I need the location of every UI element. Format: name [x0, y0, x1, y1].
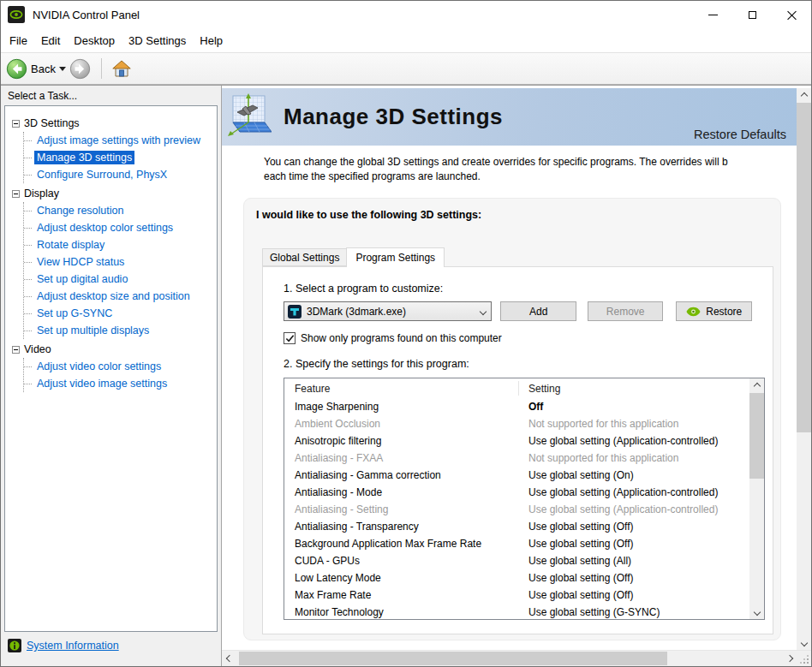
- table-row[interactable]: Background Application Max Frame Rate Us…: [284, 535, 749, 552]
- table-row[interactable]: CUDA - GPUs Use global setting (All): [284, 552, 749, 569]
- back-button[interactable]: Back: [6, 58, 56, 80]
- description-line-1: You can change the global 3D settings an…: [264, 155, 797, 170]
- tree-connector: [24, 228, 32, 229]
- sidebar-item-change-resolution[interactable]: Change resolution: [24, 202, 213, 219]
- tree-connector: [24, 331, 32, 331]
- maximize-icon: [749, 11, 756, 19]
- sidebar-item-adjust-desktop-color[interactable]: Adjust desktop color settings: [24, 219, 213, 236]
- scroll-up-icon[interactable]: [749, 378, 764, 393]
- table-body: Image Sharpening Off Ambient Occlusion N…: [284, 398, 749, 619]
- tree-connector: [24, 313, 32, 314]
- system-information-icon: [8, 639, 21, 652]
- home-icon: [112, 60, 131, 77]
- table-row[interactable]: Antialiasing - Mode Use global setting (…: [284, 484, 749, 501]
- tree-connector: [24, 279, 32, 280]
- sidebar-item-set-up-gsync[interactable]: Set up G-SYNC: [24, 305, 213, 322]
- table-row[interactable]: Low Latency Mode Use global setting (Off…: [284, 569, 749, 587]
- table-row[interactable]: Antialiasing - FXAA Not supported for th…: [284, 450, 749, 467]
- scroll-down-icon[interactable]: [797, 635, 811, 650]
- table-scrollbar[interactable]: [749, 378, 764, 619]
- tab-global-settings[interactable]: Global Settings: [262, 248, 347, 266]
- forward-button[interactable]: [69, 58, 91, 80]
- scrollbar-thumb[interactable]: [239, 652, 667, 665]
- show-only-programs-checkbox[interactable]: Show only programs found on this compute…: [284, 332, 752, 344]
- main-vertical-scrollbar[interactable]: [797, 88, 811, 650]
- table-row[interactable]: Antialiasing - Setting Use global settin…: [284, 501, 749, 518]
- task-header: Select a Task...: [1, 86, 221, 105]
- sidebar-item-adjust-image-settings[interactable]: Adjust image settings with preview: [24, 132, 213, 149]
- collapse-icon[interactable]: [12, 120, 20, 128]
- table-row[interactable]: Ambient Occlusion Not supported for this…: [284, 415, 749, 432]
- menu-desktop[interactable]: Desktop: [67, 31, 122, 51]
- description-line-2: each time the specified programs are lau…: [264, 170, 797, 184]
- tab-program-settings[interactable]: Program Settings: [346, 247, 445, 267]
- main-horizontal-scrollbar[interactable]: [222, 650, 811, 666]
- tree-connector: [24, 245, 32, 246]
- scrollbar-thumb[interactable]: [797, 103, 811, 432]
- tree-connector: [24, 140, 32, 141]
- restore-button[interactable]: Restore: [676, 301, 752, 321]
- page-banner: Manage 3D Settings Restore Defaults: [222, 88, 797, 146]
- sidebar-item-configure-surround-physx[interactable]: Configure Surround, PhysX: [24, 166, 213, 183]
- sidebar-item-manage-3d-settings[interactable]: Manage 3D settings: [24, 149, 213, 166]
- tree-category-video[interactable]: Video: [12, 341, 213, 358]
- sidebar-item-set-up-digital-audio[interactable]: Set up digital audio: [24, 271, 213, 288]
- collapse-icon[interactable]: [12, 346, 20, 354]
- sidebar-item-set-up-multiple-displays[interactable]: Set up multiple displays: [24, 322, 213, 339]
- page-title: Manage 3D Settings: [284, 104, 503, 130]
- scroll-left-icon[interactable]: [222, 651, 236, 666]
- back-history-dropdown-icon[interactable]: [59, 67, 66, 71]
- remove-button[interactable]: Remove: [588, 301, 664, 321]
- scroll-down-icon[interactable]: [749, 604, 764, 619]
- menu-file[interactable]: File: [3, 31, 34, 51]
- sidebar-item-adjust-video-image[interactable]: Adjust video image settings: [24, 375, 213, 392]
- menu-bar: File Edit Desktop 3D Settings Help: [1, 28, 811, 52]
- restore-label: Restore: [706, 306, 742, 318]
- column-header-setting[interactable]: Setting: [518, 381, 764, 396]
- scrollbar-thumb[interactable]: [749, 393, 764, 479]
- sidebar-item-rotate-display[interactable]: Rotate display: [24, 236, 213, 253]
- sidebar-item-view-hdcp-status[interactable]: View HDCP status: [24, 253, 213, 271]
- tree-category-display[interactable]: Display: [12, 185, 213, 202]
- table-row[interactable]: Max Frame Rate Use global setting (Off): [284, 587, 749, 604]
- menu-3d-settings[interactable]: 3D Settings: [122, 31, 193, 51]
- minimize-icon: [708, 15, 718, 15]
- restore-defaults-button[interactable]: Restore Defaults: [694, 128, 786, 141]
- sidebar-item-adjust-video-color[interactable]: Adjust video color settings: [24, 358, 213, 375]
- system-information-link[interactable]: System Information: [1, 632, 221, 666]
- table-row[interactable]: Antialiasing - Transparency Use global s…: [284, 518, 749, 535]
- tree-connector: [24, 175, 32, 176]
- menu-edit[interactable]: Edit: [34, 31, 67, 51]
- tree-connector: [24, 296, 32, 297]
- tree-connector: [24, 384, 32, 384]
- settings-group-panel: I would like to use the following 3D set…: [243, 198, 781, 640]
- toolbar-separator: [101, 58, 102, 79]
- table-row[interactable]: Antialiasing - Gamma correction Use glob…: [284, 467, 749, 484]
- window-title: NVIDIA Control Panel: [33, 9, 693, 21]
- sidebar-item-adjust-desktop-size[interactable]: Adjust desktop size and position: [24, 288, 213, 305]
- scroll-up-icon[interactable]: [797, 88, 811, 103]
- home-button[interactable]: [110, 58, 133, 79]
- checkbox-label: Show only programs found on this compute…: [301, 332, 502, 344]
- resize-grip[interactable]: [797, 651, 811, 666]
- add-button[interactable]: Add: [500, 301, 576, 321]
- back-label: Back: [31, 63, 56, 75]
- menu-help[interactable]: Help: [193, 31, 230, 51]
- step1-label: 1. Select a program to customize:: [284, 283, 752, 295]
- table-row[interactable]: Anisotropic filtering Use global setting…: [284, 432, 749, 450]
- section-heading: I would like to use the following 3D set…: [256, 209, 780, 221]
- collapse-icon[interactable]: [12, 190, 20, 198]
- program-select-dropdown[interactable]: 3DMark (3dmark.exe): [284, 301, 492, 321]
- maximize-button[interactable]: [732, 1, 772, 28]
- close-button[interactable]: [772, 1, 811, 28]
- main-content: Manage 3D Settings Restore Defaults You …: [222, 86, 811, 666]
- step2-label: 2. Specify the settings for this program…: [284, 358, 752, 370]
- page-description: You can change the global 3D settings an…: [264, 155, 797, 184]
- minimize-button[interactable]: [693, 1, 732, 28]
- tree-category-3d-settings[interactable]: 3D Settings: [12, 115, 213, 132]
- table-row[interactable]: Image Sharpening Off: [284, 398, 749, 415]
- table-row[interactable]: Monitor Technology Use global setting (G…: [284, 604, 749, 619]
- scroll-right-icon[interactable]: [782, 651, 797, 666]
- column-header-feature[interactable]: Feature: [284, 383, 518, 395]
- tree-connector: [24, 158, 32, 158]
